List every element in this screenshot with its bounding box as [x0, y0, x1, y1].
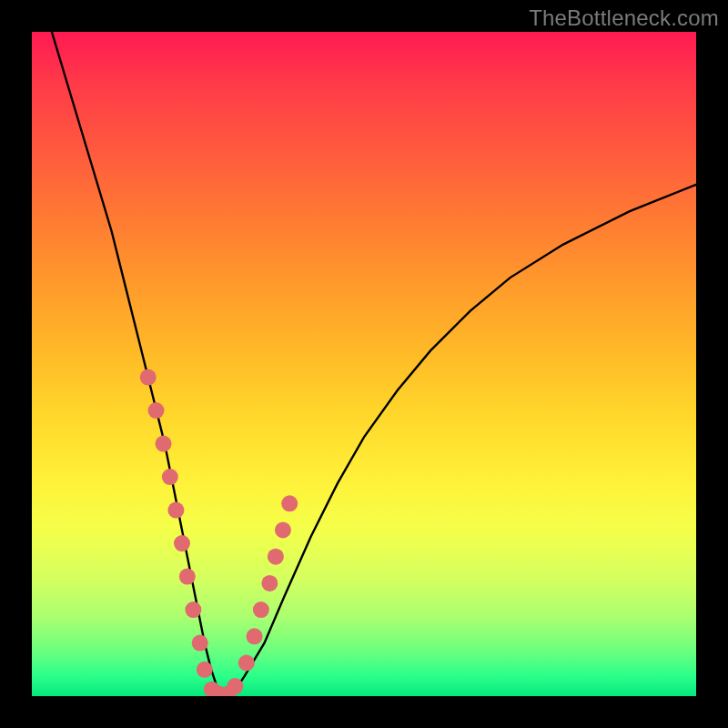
highlight-dot	[156, 436, 172, 452]
highlight-dots	[140, 369, 298, 696]
highlight-dot	[148, 402, 165, 419]
highlight-dot	[174, 535, 190, 551]
highlight-dot	[261, 575, 278, 592]
highlight-dot	[281, 495, 298, 511]
highlight-dot	[192, 635, 208, 652]
highlight-dot	[179, 569, 196, 585]
highlight-dot	[275, 522, 291, 539]
highlight-dot	[238, 655, 255, 672]
highlight-dot	[140, 369, 157, 386]
highlight-dot	[227, 678, 243, 694]
plot-area	[32, 32, 696, 696]
highlight-dot	[247, 628, 263, 644]
highlight-dot	[167, 502, 184, 519]
bottleneck-curve	[52, 32, 696, 696]
highlight-dot	[253, 602, 269, 618]
chart-frame: TheBottleneck.com	[0, 0, 728, 728]
curve-svg	[32, 32, 696, 696]
highlight-dot	[268, 549, 284, 565]
highlight-dot	[185, 602, 201, 618]
watermark-text: TheBottleneck.com	[529, 5, 719, 31]
highlight-dot	[197, 662, 213, 678]
highlight-dot	[162, 469, 178, 485]
